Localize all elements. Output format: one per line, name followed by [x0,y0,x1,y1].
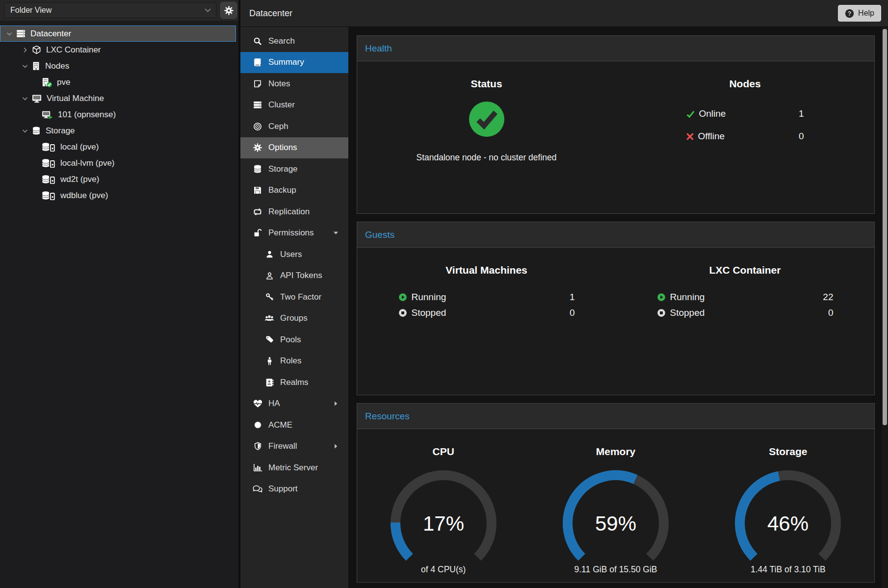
stat-row-running: Running1 [398,292,575,303]
guests-stat-rows: Running22Stopped0 [657,292,834,318]
tree-item-storage[interactable]: Storage [0,123,236,139]
stat-value: 0 [799,131,804,142]
stat-label: Online [699,108,726,119]
building-icon [32,61,40,71]
menu-item-firewall[interactable]: Firewall [240,436,348,458]
stat-label: Stopped [412,307,446,318]
cross-icon [686,133,694,140]
stat-row-offline: Offline0 [686,131,804,142]
menu-item-two-factor[interactable]: Two Factor [240,286,348,308]
tree-item-label: pve [57,77,70,87]
resource-gauge-storage: Storage46%1.44 TiB of 3.10 TiB [702,429,874,583]
unlock-icon [252,229,263,237]
menu-item-users[interactable]: Users [240,244,348,265]
cluster-icon [252,101,263,109]
menu-item-label: Realms [280,378,309,387]
menu-item-backup[interactable]: Backup [240,180,348,202]
menu-item-label: Cluster [268,100,295,110]
resources-panel: Resources CPU17%of 4 CPU(s)Memory59%9.11… [357,403,875,583]
stat-row-running: Running22 [657,292,834,303]
menu-item-label: Roles [280,356,301,366]
play-circle-icon [398,293,407,302]
menu-item-realms[interactable]: Realms [240,372,348,393]
menu-item-label: Users [280,250,302,259]
play-circle-icon [657,293,666,302]
menu-item-ha[interactable]: HA [240,393,348,415]
menu-item-ceph[interactable]: Ceph [240,116,348,137]
menu-item-acme[interactable]: ACME [240,414,348,436]
health-panel-header: Health [357,36,874,61]
health-panel-title: Health [365,43,392,54]
menu-item-label: Two Factor [280,292,321,302]
page-title: Datacenter [249,8,292,19]
menu-item-roles[interactable]: Roles [240,351,348,372]
gauge-caption: of 4 CPU(s) [421,564,466,575]
menu-item-label: Replication [268,207,310,217]
gauge-heading: CPU [432,446,454,458]
menu-item-label: Backup [268,185,296,195]
menu-item-permissions[interactable]: Permissions [240,223,348,244]
health-status-column: Status Standalone node - no cluster defi… [357,61,616,214]
menu-item-label: Permissions [268,228,314,238]
check-circle-icon [468,101,505,138]
chevron-down-icon[interactable] [5,30,16,38]
ceph-icon [252,122,263,131]
tree-item-nodes[interactable]: Nodes [0,58,236,74]
chevron-down-icon[interactable] [21,95,32,102]
menu-item-search[interactable]: Search [240,30,348,52]
tree-item-local-pve[interactable]: local (pve) [0,139,236,155]
view-selector[interactable]: Folder View [4,2,216,18]
menu-item-label: Notes [268,79,290,89]
tree-item-label: Virtual Machine [47,94,104,103]
user-o-icon [264,272,275,280]
tree-item-local-lvm-pve[interactable]: local-lvm (pve) [0,155,236,171]
users-icon [264,314,275,322]
stop-circle-icon [657,308,666,317]
scrollbar-thumb[interactable] [883,29,887,425]
guests-panel-header: Guests [357,222,874,248]
menu-item-replication[interactable]: Replication [240,201,348,223]
menu-item-cluster[interactable]: Cluster [240,95,348,116]
menu-item-storage[interactable]: Storage [240,158,348,180]
user-icon [264,250,275,258]
stat-row-stopped: Stopped0 [657,307,834,318]
stat-label: Offline [698,131,725,142]
chevron-right-icon[interactable] [21,46,32,54]
tree-item-virtual-machine[interactable]: Virtual Machine [0,90,236,106]
menu-item-options[interactable]: Options [240,137,348,159]
menu-item-metric-server[interactable]: Metric Server [240,457,348,479]
tree-item-wdblue-pve[interactable]: wdblue (pve) [0,187,236,204]
menu-item-summary[interactable]: Summary [240,52,348,74]
menu-item-api-tokens[interactable]: API Tokens [240,265,348,287]
view-selector-value: Folder View [10,6,52,15]
tree-item-pve[interactable]: pve [0,74,236,90]
tree-item-101-opnsense[interactable]: 101 (opnsense) [0,106,236,123]
tree-item-wd2t-pve[interactable]: wd2t (pve) [0,171,236,187]
tree-item-label: local (pve) [60,142,99,152]
menu-item-pools[interactable]: Pools [240,329,348,351]
menu-item-label: HA [268,399,280,409]
menu-item-label: Pools [280,335,301,345]
guests-stat-rows: Running1Stopped0 [398,292,575,318]
search-icon [252,37,263,46]
menu-item-notes[interactable]: Notes [240,73,348,95]
menu-item-support[interactable]: Support [240,479,348,500]
menu-item-label: API Tokens [280,271,322,281]
content-scrollbar[interactable] [882,27,888,588]
menu-item-label: Groups [280,313,308,323]
resource-gauge-cpu: CPU17%of 4 CPU(s) [357,429,529,583]
tree-item-label: LXC Container [46,45,101,55]
menu-item-label: Metric Server [268,463,318,473]
guests-column-virtual-machines: Virtual MachinesRunning1Stopped0 [357,248,616,395]
guests-column-heading: LXC Container [709,264,781,276]
database-icon [252,164,263,174]
tree-item-datacenter[interactable]: Datacenter [0,26,236,42]
summary-content: Health Status Standalone node - no clust… [348,27,882,588]
menu-item-groups[interactable]: Groups [240,308,348,330]
status-heading: Status [470,78,502,90]
chevron-down-icon[interactable] [21,62,32,70]
help-button[interactable]: ? Help [838,5,881,22]
tree-item-lxc-container[interactable]: LXC Container [0,42,236,58]
tree-settings-button[interactable] [220,2,237,19]
chevron-down-icon[interactable] [21,127,32,135]
